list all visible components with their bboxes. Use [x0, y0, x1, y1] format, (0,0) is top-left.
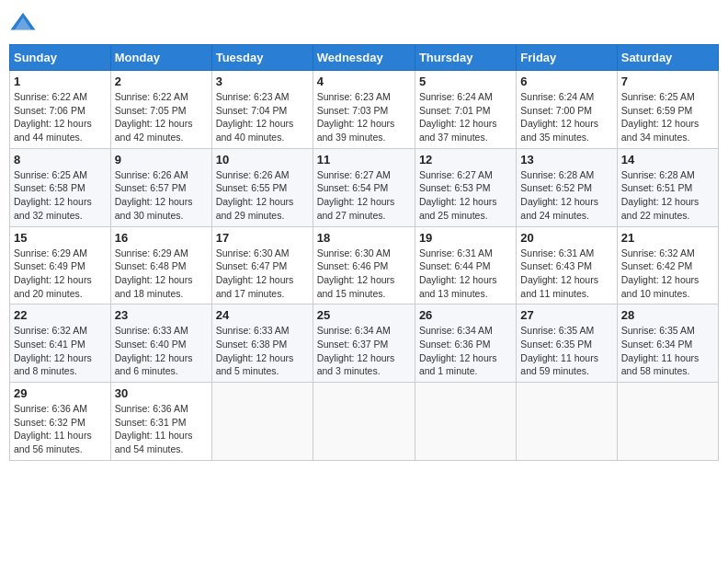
day-info: Sunrise: 6:31 AM Sunset: 6:43 PM Dayligh…	[520, 247, 612, 301]
day-number: 10	[216, 153, 309, 167]
day-number: 19	[419, 231, 512, 245]
day-info: Sunrise: 6:26 AM Sunset: 6:57 PM Dayligh…	[115, 168, 208, 223]
header-cell-friday: Friday	[517, 45, 617, 71]
day-info: Sunrise: 6:27 AM Sunset: 6:54 PM Dayligh…	[317, 168, 411, 223]
day-info: Sunrise: 6:33 AM Sunset: 6:40 PM Dayligh…	[115, 324, 208, 378]
calendar-cell: 23Sunrise: 6:33 AM Sunset: 6:40 PM Dayli…	[110, 304, 211, 383]
day-info: Sunrise: 6:26 AM Sunset: 6:55 PM Dayligh…	[216, 168, 309, 223]
header-cell-sunday: Sunday	[10, 45, 111, 71]
day-info: Sunrise: 6:28 AM Sunset: 6:52 PM Dayligh…	[520, 168, 612, 223]
logo	[9, 9, 40, 37]
calendar-cell: 3Sunrise: 6:23 AM Sunset: 7:04 PM Daylig…	[211, 71, 313, 149]
week-row-2: 15Sunrise: 6:29 AM Sunset: 6:49 PM Dayli…	[10, 226, 719, 304]
day-info: Sunrise: 6:29 AM Sunset: 6:48 PM Dayligh…	[115, 247, 208, 301]
calendar-cell: 8Sunrise: 6:25 AM Sunset: 6:58 PM Daylig…	[10, 148, 111, 226]
day-number: 27	[520, 308, 612, 322]
calendar-cell	[211, 383, 313, 461]
calendar-cell: 15Sunrise: 6:29 AM Sunset: 6:49 PM Dayli…	[10, 226, 111, 304]
day-number: 8	[14, 153, 107, 167]
day-number: 25	[317, 308, 411, 322]
day-info: Sunrise: 6:31 AM Sunset: 6:44 PM Dayligh…	[419, 247, 512, 301]
calendar-table: SundayMondayTuesdayWednesdayThursdayFrid…	[9, 44, 719, 461]
day-info: Sunrise: 6:34 AM Sunset: 6:37 PM Dayligh…	[317, 324, 411, 378]
day-info: Sunrise: 6:29 AM Sunset: 6:49 PM Dayligh…	[14, 247, 107, 301]
calendar-header: SundayMondayTuesdayWednesdayThursdayFrid…	[10, 45, 719, 71]
day-number: 21	[621, 231, 714, 245]
header-cell-wednesday: Wednesday	[313, 45, 415, 71]
calendar-cell	[617, 383, 718, 461]
day-number: 3	[216, 75, 309, 88]
calendar-cell: 1Sunrise: 6:22 AM Sunset: 7:06 PM Daylig…	[10, 71, 111, 149]
calendar-cell: 29Sunrise: 6:36 AM Sunset: 6:32 PM Dayli…	[10, 383, 111, 461]
day-number: 15	[14, 231, 107, 245]
day-number: 9	[115, 153, 208, 167]
logo-icon	[9, 9, 37, 37]
header-cell-saturday: Saturday	[617, 45, 718, 71]
calendar-cell: 10Sunrise: 6:26 AM Sunset: 6:55 PM Dayli…	[211, 148, 313, 226]
calendar-cell	[313, 383, 415, 461]
day-info: Sunrise: 6:32 AM Sunset: 6:41 PM Dayligh…	[14, 324, 107, 378]
week-row-3: 22Sunrise: 6:32 AM Sunset: 6:41 PM Dayli…	[10, 304, 719, 383]
calendar-cell: 5Sunrise: 6:24 AM Sunset: 7:01 PM Daylig…	[415, 71, 516, 149]
day-number: 12	[419, 153, 512, 167]
day-number: 16	[115, 231, 208, 245]
calendar-cell	[415, 383, 516, 461]
day-info: Sunrise: 6:34 AM Sunset: 6:36 PM Dayligh…	[419, 324, 512, 378]
calendar-cell: 17Sunrise: 6:30 AM Sunset: 6:47 PM Dayli…	[211, 226, 313, 304]
calendar-cell: 20Sunrise: 6:31 AM Sunset: 6:43 PM Dayli…	[517, 226, 617, 304]
calendar-cell: 30Sunrise: 6:36 AM Sunset: 6:31 PM Dayli…	[110, 383, 211, 461]
calendar-cell: 25Sunrise: 6:34 AM Sunset: 6:37 PM Dayli…	[313, 304, 415, 383]
day-number: 20	[520, 231, 612, 245]
day-info: Sunrise: 6:36 AM Sunset: 6:32 PM Dayligh…	[14, 402, 107, 456]
header-cell-monday: Monday	[110, 45, 211, 71]
day-number: 26	[419, 308, 512, 322]
day-info: Sunrise: 6:30 AM Sunset: 6:47 PM Dayligh…	[216, 247, 309, 301]
day-info: Sunrise: 6:24 AM Sunset: 7:01 PM Dayligh…	[419, 90, 512, 144]
day-info: Sunrise: 6:23 AM Sunset: 7:03 PM Dayligh…	[317, 90, 411, 144]
day-number: 1	[14, 75, 107, 88]
calendar-cell: 2Sunrise: 6:22 AM Sunset: 7:05 PM Daylig…	[110, 71, 211, 149]
day-number: 11	[317, 153, 411, 167]
calendar-cell: 9Sunrise: 6:26 AM Sunset: 6:57 PM Daylig…	[110, 148, 211, 226]
day-info: Sunrise: 6:36 AM Sunset: 6:31 PM Dayligh…	[115, 402, 208, 456]
header-cell-thursday: Thursday	[415, 45, 516, 71]
day-info: Sunrise: 6:23 AM Sunset: 7:04 PM Dayligh…	[216, 90, 309, 144]
calendar-cell: 22Sunrise: 6:32 AM Sunset: 6:41 PM Dayli…	[10, 304, 111, 383]
day-number: 2	[115, 75, 208, 88]
page-header	[9, 9, 719, 37]
day-number: 18	[317, 231, 411, 245]
calendar-cell: 24Sunrise: 6:33 AM Sunset: 6:38 PM Dayli…	[211, 304, 313, 383]
calendar-cell: 21Sunrise: 6:32 AM Sunset: 6:42 PM Dayli…	[617, 226, 718, 304]
day-info: Sunrise: 6:32 AM Sunset: 6:42 PM Dayligh…	[621, 247, 714, 301]
day-info: Sunrise: 6:35 AM Sunset: 6:34 PM Dayligh…	[621, 324, 714, 378]
calendar-cell: 19Sunrise: 6:31 AM Sunset: 6:44 PM Dayli…	[415, 226, 516, 304]
calendar-cell: 26Sunrise: 6:34 AM Sunset: 6:36 PM Dayli…	[415, 304, 516, 383]
day-number: 24	[216, 308, 309, 322]
day-info: Sunrise: 6:35 AM Sunset: 6:35 PM Dayligh…	[520, 324, 612, 378]
day-number: 17	[216, 231, 309, 245]
calendar-cell: 13Sunrise: 6:28 AM Sunset: 6:52 PM Dayli…	[517, 148, 617, 226]
week-row-4: 29Sunrise: 6:36 AM Sunset: 6:32 PM Dayli…	[10, 383, 719, 461]
day-number: 5	[419, 75, 512, 88]
calendar-body: 1Sunrise: 6:22 AM Sunset: 7:06 PM Daylig…	[10, 71, 719, 461]
calendar-cell: 28Sunrise: 6:35 AM Sunset: 6:34 PM Dayli…	[617, 304, 718, 383]
day-info: Sunrise: 6:30 AM Sunset: 6:46 PM Dayligh…	[317, 247, 411, 301]
day-number: 22	[14, 308, 107, 322]
calendar-cell: 4Sunrise: 6:23 AM Sunset: 7:03 PM Daylig…	[313, 71, 415, 149]
day-number: 30	[115, 386, 208, 400]
day-number: 6	[520, 75, 612, 88]
calendar-cell	[517, 383, 617, 461]
day-info: Sunrise: 6:24 AM Sunset: 7:00 PM Dayligh…	[520, 90, 612, 144]
week-row-1: 8Sunrise: 6:25 AM Sunset: 6:58 PM Daylig…	[10, 148, 719, 226]
day-number: 4	[317, 75, 411, 88]
header-cell-tuesday: Tuesday	[211, 45, 313, 71]
calendar-cell: 6Sunrise: 6:24 AM Sunset: 7:00 PM Daylig…	[517, 71, 617, 149]
day-info: Sunrise: 6:33 AM Sunset: 6:38 PM Dayligh…	[216, 324, 309, 378]
day-number: 23	[115, 308, 208, 322]
day-number: 28	[621, 308, 714, 322]
calendar-cell: 12Sunrise: 6:27 AM Sunset: 6:53 PM Dayli…	[415, 148, 516, 226]
day-info: Sunrise: 6:25 AM Sunset: 6:59 PM Dayligh…	[621, 90, 714, 144]
day-number: 13	[520, 153, 612, 167]
day-number: 14	[621, 153, 714, 167]
day-info: Sunrise: 6:25 AM Sunset: 6:58 PM Dayligh…	[14, 168, 107, 223]
